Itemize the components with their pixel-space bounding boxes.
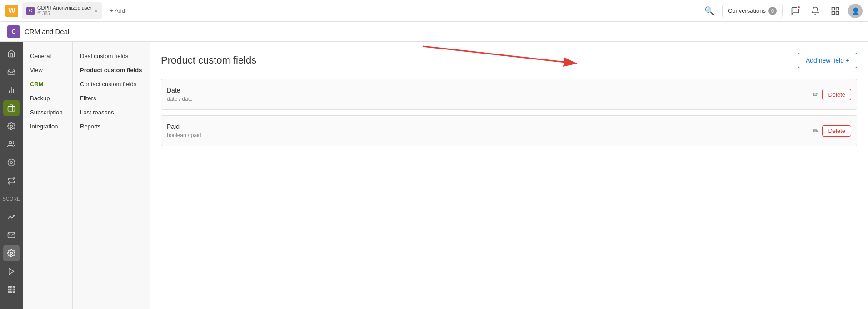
tab-title: GDPR Anonymized user bbox=[37, 5, 91, 11]
svg-point-12 bbox=[10, 252, 13, 255]
submenu-lost-reasons[interactable]: Lost reasons bbox=[73, 105, 150, 119]
field-row-date: Date date / date ✏ Delete bbox=[161, 79, 857, 110]
conversations-count: 0 bbox=[768, 7, 777, 15]
play-icon bbox=[7, 267, 15, 275]
bell-button[interactable] bbox=[808, 4, 823, 18]
sidebar-contacts[interactable] bbox=[3, 136, 20, 152]
nav-backup[interactable]: Backup bbox=[23, 91, 72, 105]
sidebar-transfer[interactable] bbox=[3, 172, 20, 189]
svg-rect-20 bbox=[8, 291, 10, 293]
nav-crm[interactable]: CRM bbox=[23, 77, 72, 91]
sidebar-score[interactable]: SCORE bbox=[3, 191, 20, 207]
nav-view[interactable]: View bbox=[23, 63, 72, 77]
tab-icon: C bbox=[26, 7, 35, 15]
topbar-right-actions: 🔍 Conversations 0 👤 bbox=[702, 4, 863, 18]
conversations-button[interactable]: Conversations 0 bbox=[722, 4, 783, 18]
svg-point-8 bbox=[10, 125, 13, 128]
conversations-label: Conversations bbox=[728, 7, 766, 14]
svg-rect-22 bbox=[13, 291, 15, 293]
add-tab-button[interactable]: + Add bbox=[106, 5, 129, 16]
submenu-reports[interactable]: Reports bbox=[73, 119, 150, 133]
svg-marker-13 bbox=[9, 268, 14, 275]
home-icon bbox=[7, 49, 15, 58]
add-new-field-button[interactable]: Add new field + bbox=[798, 53, 857, 68]
sidebar-apps[interactable] bbox=[3, 281, 20, 298]
submenu-panel: Deal custom fields Product custom fields… bbox=[73, 42, 150, 309]
nav-sidebar: General View CRM Backup Subscription Int… bbox=[23, 42, 73, 309]
main-layout: SCORE General View CRM Backup Subscripti… bbox=[0, 42, 868, 309]
sidebar-crm-active[interactable] bbox=[3, 100, 20, 116]
email-icon bbox=[7, 231, 15, 239]
submenu-contact-custom-fields[interactable]: Contact custom fields bbox=[73, 77, 150, 91]
svg-rect-2 bbox=[836, 11, 839, 14]
analytics-icon bbox=[7, 158, 15, 167]
notification-dot bbox=[797, 5, 801, 9]
sidebar-email[interactable] bbox=[3, 227, 20, 243]
nav-subscription[interactable]: Subscription bbox=[23, 105, 72, 119]
sidebar-reports[interactable] bbox=[3, 82, 20, 98]
sidebar-home[interactable] bbox=[3, 45, 20, 62]
submenu-filters[interactable]: Filters bbox=[73, 91, 150, 105]
svg-rect-14 bbox=[8, 286, 10, 288]
field-row-paid: Paid boolean / paid ✏ Delete bbox=[161, 115, 857, 146]
svg-rect-17 bbox=[8, 289, 10, 290]
bell-icon bbox=[811, 6, 820, 15]
field-name-paid: Paid bbox=[167, 123, 201, 130]
users-icon bbox=[7, 140, 15, 148]
field-actions-paid: ✏ Delete bbox=[813, 125, 851, 137]
delete-date-button[interactable]: Delete bbox=[822, 89, 851, 100]
svg-rect-3 bbox=[832, 11, 835, 14]
left-icon-sidebar: SCORE bbox=[0, 42, 23, 309]
tab-subtitle: #1385 bbox=[37, 11, 91, 16]
svg-rect-18 bbox=[11, 289, 12, 290]
field-type-paid: boolean / paid bbox=[167, 132, 201, 138]
grid-icon bbox=[831, 6, 840, 15]
field-actions-date: ✏ Delete bbox=[813, 89, 851, 100]
svg-rect-16 bbox=[13, 286, 15, 288]
sidebar-analytics[interactable] bbox=[3, 154, 20, 171]
tab-text: GDPR Anonymized user #1385 bbox=[37, 5, 91, 16]
sidebar-inbox[interactable] bbox=[3, 64, 20, 80]
submenu-deal-custom-fields[interactable]: Deal custom fields bbox=[73, 49, 150, 63]
svg-point-11 bbox=[10, 162, 13, 164]
svg-rect-0 bbox=[832, 7, 835, 10]
trending-icon bbox=[7, 213, 15, 221]
chat-icon-button[interactable] bbox=[788, 4, 803, 18]
field-name-date: Date bbox=[167, 87, 193, 94]
sidebar-settings[interactable] bbox=[3, 118, 20, 134]
svg-rect-1 bbox=[836, 7, 839, 10]
crm-title: CRM and Deal bbox=[25, 28, 69, 35]
tab-close-button[interactable]: × bbox=[94, 7, 98, 15]
delete-paid-button[interactable]: Delete bbox=[822, 125, 851, 137]
search-button[interactable]: 🔍 bbox=[702, 4, 717, 18]
sidebar-play[interactable] bbox=[3, 263, 20, 280]
svg-point-9 bbox=[9, 141, 12, 144]
inbox-icon bbox=[7, 68, 15, 76]
svg-rect-21 bbox=[11, 291, 12, 293]
field-info-paid: Paid boolean / paid bbox=[167, 123, 201, 138]
transfer-icon bbox=[7, 177, 15, 185]
crm-header: C CRM and Deal bbox=[0, 22, 868, 42]
sidebar-settings-active[interactable] bbox=[3, 245, 20, 261]
submenu-product-custom-fields[interactable]: Product custom fields bbox=[73, 63, 150, 77]
settings-icon bbox=[7, 122, 15, 130]
content-header: Product custom fields Add new field + bbox=[161, 53, 857, 68]
crm-icon: C bbox=[7, 25, 20, 38]
edit-date-button[interactable]: ✏ bbox=[813, 90, 818, 99]
edit-paid-button[interactable]: ✏ bbox=[813, 127, 818, 135]
page-title: Product custom fields bbox=[161, 54, 256, 66]
nav-general[interactable]: General bbox=[23, 49, 72, 63]
user-avatar[interactable]: 👤 bbox=[848, 4, 863, 18]
svg-rect-7 bbox=[8, 106, 15, 111]
svg-rect-15 bbox=[11, 286, 12, 288]
field-type-date: date / date bbox=[167, 96, 193, 102]
sidebar-growth[interactable] bbox=[3, 209, 20, 225]
crm-icon-sidebar bbox=[7, 104, 15, 112]
nav-integration[interactable]: Integration bbox=[23, 119, 72, 133]
apps-icon bbox=[7, 285, 15, 294]
topbar: W C GDPR Anonymized user #1385 × + Add 🔍… bbox=[0, 0, 868, 22]
settings-gear-icon bbox=[7, 249, 15, 257]
grid-button[interactable] bbox=[828, 4, 843, 18]
content-area: Product custom fields Add new field + Da… bbox=[150, 42, 868, 309]
active-tab[interactable]: C GDPR Anonymized user #1385 × bbox=[22, 2, 102, 19]
